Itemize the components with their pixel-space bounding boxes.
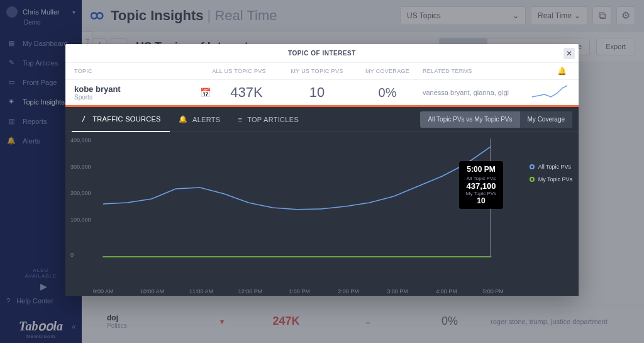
chart-legend: All Topic PVs My Topic PVs: [530, 164, 572, 189]
y-tick: 400,000: [70, 137, 91, 143]
y-tick: 300,000: [70, 164, 91, 170]
tab-traffic-sources[interactable]: 〳 TRAFFIC SOURCES: [72, 107, 170, 132]
y-tick: 100,000: [70, 216, 91, 223]
y-tick: 0: [70, 252, 74, 258]
modal-header: TOPIC OF INTEREST ✕: [65, 44, 579, 63]
chart-mode-toggle: All Topic PVs vs My Topic PVs My Coverag…: [420, 111, 572, 128]
tooltip-value: 10: [465, 196, 497, 205]
legend-item: All Topic PVs: [530, 164, 572, 170]
tooltip-label: My Topic PVs: [465, 191, 497, 196]
modal-column-headers: TOPIC ALL US TOPIC PVS MY US TOPIC PVS M…: [65, 63, 579, 79]
all-pvs-value: 437K: [215, 84, 278, 101]
sparkline: [532, 83, 570, 102]
x-tick: 10:00 AM: [140, 288, 164, 295]
tab-top-articles[interactable]: ≡ TOP ARTICLES: [229, 107, 308, 132]
topic-category: Sports: [74, 94, 200, 101]
col-all-pvs: ALL US TOPIC PVS: [200, 68, 278, 74]
chart-tabs: 〳 TRAFFIC SOURCES 🔔 ALERTS ≡ TOP ARTICLE…: [65, 107, 579, 132]
x-tick: 12:00 PM: [238, 288, 263, 295]
close-button[interactable]: ✕: [564, 48, 575, 59]
x-tick: 1:00 PM: [289, 288, 310, 295]
col-coverage: MY COVERAGE: [356, 68, 419, 74]
bell-icon: 🔔: [179, 115, 187, 123]
related-terms: vanessa bryant, gianna, gigi: [419, 89, 532, 96]
tooltip-value: 437,100: [465, 181, 497, 191]
legend-swatch: [530, 177, 535, 182]
legend-swatch: [530, 164, 535, 169]
toggle-my-coverage[interactable]: My Coverage: [520, 111, 572, 128]
my-pvs-value: 10: [278, 84, 356, 101]
toggle-all-vs-my[interactable]: All Topic PVs vs My Topic PVs: [420, 111, 519, 128]
tooltip-time: 5:00 PM: [465, 165, 497, 174]
tab-alerts[interactable]: 🔔 ALERTS: [170, 107, 230, 132]
line-chart-icon: 〳: [80, 115, 87, 123]
list-icon: ≡: [238, 116, 242, 123]
calendar-icon: 📅: [200, 87, 215, 98]
x-tick: 5:00 PM: [482, 288, 504, 295]
tab-label: TOP ARTICLES: [247, 116, 299, 123]
chart-area: 400,000 300,000 200,000 100,000 0 9:00 A…: [65, 132, 579, 296]
coverage-value: 0%: [356, 86, 419, 100]
x-tick: 2:00 PM: [338, 288, 359, 295]
line-chart[interactable]: [102, 138, 492, 271]
tab-label: TRAFFIC SOURCES: [92, 115, 160, 123]
x-tick: 11:00 AM: [189, 288, 213, 295]
chart-tooltip: 5:00 PM All Topic PVs 437,100 My Topic P…: [459, 161, 503, 209]
col-my-pvs: MY US TOPIC PVS: [278, 68, 356, 74]
tooltip-label: All Topic PVs: [465, 176, 497, 181]
topic-modal: TOPIC OF INTEREST ✕ TOPIC ALL US TOPIC P…: [65, 44, 579, 296]
col-topic: TOPIC: [74, 68, 200, 74]
x-tick: 9:00 AM: [92, 288, 113, 295]
bell-icon[interactable]: 🔔: [557, 67, 570, 76]
y-tick: 200,000: [70, 190, 91, 196]
col-terms: RELATED TERMS: [419, 68, 557, 74]
x-tick: 4:00 PM: [436, 288, 457, 295]
legend-label: My Topic PVs: [538, 176, 572, 183]
legend-label: All Topic PVs: [538, 164, 571, 170]
legend-item: My Topic PVs: [530, 176, 572, 183]
topic-name: kobe bryant: [74, 84, 200, 94]
x-tick: 3:00 PM: [387, 288, 408, 295]
modal-chart-panel: 〳 TRAFFIC SOURCES 🔔 ALERTS ≡ TOP ARTICLE…: [65, 107, 579, 296]
tab-label: ALERTS: [192, 116, 220, 123]
modal-topic-row: kobe bryant Sports 📅 437K 10 0% vanessa …: [65, 79, 579, 107]
modal-title: TOPIC OF INTEREST: [288, 50, 356, 57]
